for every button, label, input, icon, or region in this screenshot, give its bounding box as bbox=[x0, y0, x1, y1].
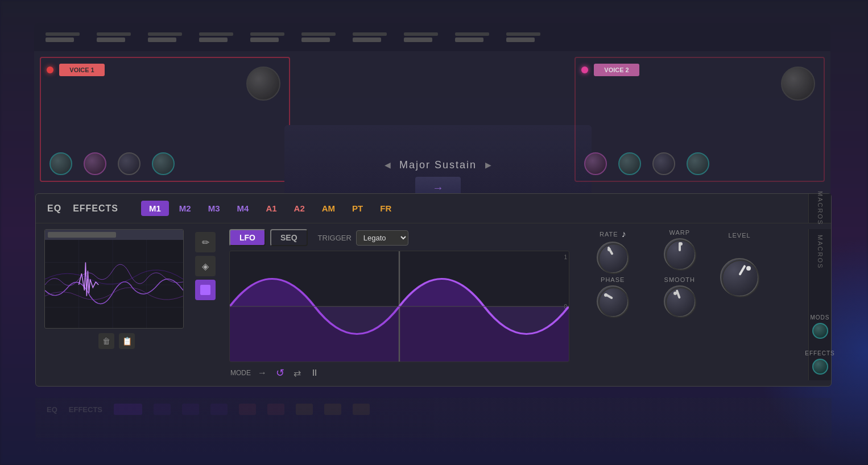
delete-button[interactable]: 🗑 bbox=[98, 333, 114, 349]
waveform-display bbox=[44, 229, 184, 329]
loop-mode-button[interactable]: ↺ bbox=[274, 366, 287, 380]
tab-a1[interactable]: A1 bbox=[258, 201, 284, 216]
tab-effects[interactable]: EFFECTS bbox=[73, 204, 118, 214]
eraser-tool-button[interactable]: ◈ bbox=[195, 256, 216, 276]
lfo-top-controls: LFO SEQ TRIGGER Legato Retrigger Free Sy… bbox=[229, 229, 569, 246]
waveform-controls: 🗑 📋 bbox=[44, 333, 187, 349]
tab-fr[interactable]: FR bbox=[372, 201, 399, 216]
tools-section: ✏ ◈ bbox=[195, 229, 224, 380]
seq-button[interactable]: SEQ bbox=[270, 229, 308, 246]
lfo-mode-bar: MODE → ↺ ⇄ ⏸ bbox=[229, 366, 569, 380]
macros-label: MACROS bbox=[817, 191, 824, 225]
svg-point-14 bbox=[604, 293, 607, 297]
macros-vertical-label: MACROS bbox=[817, 235, 824, 269]
svg-point-18 bbox=[746, 266, 751, 271]
warp-knob[interactable] bbox=[664, 238, 696, 270]
svg-point-9 bbox=[599, 244, 629, 273]
level-knob[interactable] bbox=[720, 258, 759, 297]
level-section: LEVEL bbox=[720, 232, 759, 380]
pingpong-mode-button[interactable]: ⇄ bbox=[291, 367, 303, 380]
tab-pt[interactable]: PT bbox=[344, 201, 371, 216]
bg-preset-name: Major Sustain bbox=[399, 159, 477, 171]
phase-knob[interactable] bbox=[597, 285, 629, 317]
mode-label: MODE bbox=[230, 369, 251, 377]
svg-point-12 bbox=[679, 242, 683, 246]
content-area: 🗑 📋 ✏ ◈ LFO SEQ TRIGGER Legato Retrigger bbox=[36, 223, 831, 386]
smooth-label: SMOOTH bbox=[664, 276, 695, 283]
tab-a2[interactable]: A2 bbox=[286, 201, 313, 216]
macros-sidebar: MACROS MODS EFFECTS bbox=[808, 229, 831, 380]
svg-point-10 bbox=[607, 248, 611, 251]
paint-tool-button[interactable] bbox=[195, 280, 216, 300]
lfo-button[interactable]: LFO bbox=[229, 229, 266, 246]
effects-item: EFFECTS bbox=[805, 350, 835, 375]
phase-group: PHASE bbox=[581, 276, 645, 317]
waveform-section: 🗑 📋 bbox=[36, 229, 195, 380]
lfo-section: LFO SEQ TRIGGER Legato Retrigger Free Sy… bbox=[224, 229, 575, 380]
svg-point-13 bbox=[599, 288, 629, 317]
forward-mode-button[interactable]: → bbox=[255, 367, 269, 379]
rate-group: RATE ♪ bbox=[581, 229, 645, 273]
effects-knob[interactable] bbox=[812, 359, 828, 375]
tab-am[interactable]: AM bbox=[314, 201, 343, 216]
pencil-tool-button[interactable]: ✏ bbox=[195, 232, 216, 252]
effects-label: EFFECTS bbox=[805, 350, 835, 356]
trigger-select[interactable]: Legato Retrigger Free Sync bbox=[356, 230, 408, 246]
tab-eq[interactable]: EQ bbox=[47, 204, 61, 214]
tab-bar: EQ EFFECTS M1 M2 M3 M4 A1 A2 AM PT FR MA… bbox=[36, 194, 831, 223]
phase-label: PHASE bbox=[601, 276, 625, 283]
save-button[interactable]: 📋 bbox=[119, 333, 135, 349]
smooth-knob[interactable] bbox=[664, 285, 696, 317]
warp-group: WARP bbox=[648, 229, 712, 273]
mods-knob[interactable] bbox=[812, 323, 828, 339]
music-note-icon[interactable]: ♪ bbox=[622, 229, 626, 239]
bottom-reflection bbox=[35, 392, 832, 438]
bg-synth-panel: VOICE 1 ◀ Major Sustain ▶ → bbox=[34, 23, 830, 205]
warp-label: WARP bbox=[669, 229, 690, 236]
tab-m1[interactable]: M1 bbox=[141, 201, 169, 216]
svg-point-15 bbox=[666, 288, 696, 317]
knobs-section: RATE ♪ WARP bbox=[575, 229, 717, 380]
svg-point-16 bbox=[673, 292, 677, 295]
tab-m4[interactable]: M4 bbox=[229, 201, 257, 216]
rate-knob[interactable] bbox=[597, 242, 629, 273]
lfo-display: 1 0 bbox=[229, 251, 569, 362]
level-label: LEVEL bbox=[728, 232, 750, 239]
trigger-label: TRIGGER bbox=[318, 234, 352, 242]
main-panel: EQ EFFECTS M1 M2 M3 M4 A1 A2 AM PT FR MA… bbox=[35, 193, 832, 387]
right-section: LEVEL bbox=[717, 229, 808, 380]
mods-effects-section: MODS EFFECTS bbox=[809, 314, 831, 375]
svg-point-17 bbox=[722, 260, 759, 297]
tab-m2[interactable]: M2 bbox=[171, 201, 199, 216]
tab-m3[interactable]: M3 bbox=[200, 201, 228, 216]
smooth-group: SMOOTH bbox=[648, 276, 712, 317]
mods-label: MODS bbox=[811, 314, 830, 321]
rate-label: RATE bbox=[600, 231, 618, 238]
pause-mode-button[interactable]: ⏸ bbox=[308, 367, 321, 379]
mods-item: MODS bbox=[811, 314, 830, 339]
